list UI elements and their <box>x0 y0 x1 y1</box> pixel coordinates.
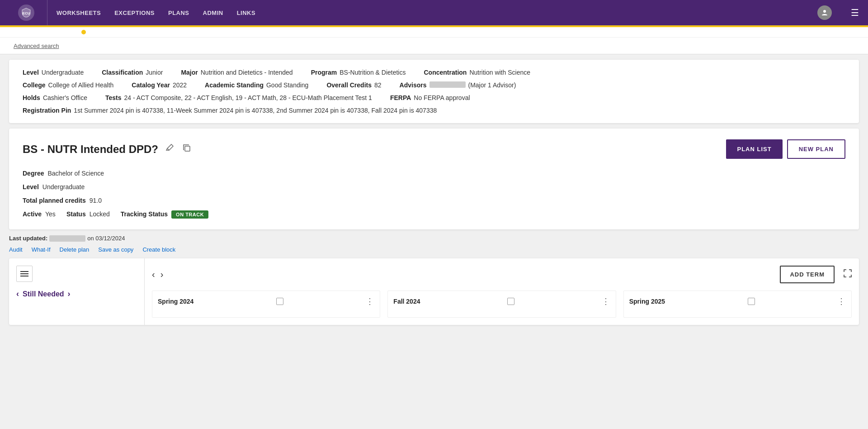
sidebar-panel: ‹ Still Needed › <box>9 258 145 325</box>
status-value: Locked <box>90 210 110 218</box>
advanced-search-link[interactable]: Advanced search <box>14 43 59 49</box>
sidebar-menu-button[interactable] <box>16 266 33 282</box>
spring-2025-checkbox[interactable] <box>748 298 755 305</box>
term-col-spring-2024-header: Spring 2024 ⋮ <box>158 296 374 306</box>
level-value: Undergraduate <box>42 69 84 76</box>
status-label: Status <box>66 210 86 218</box>
term-col-fall-2024-header: Fall 2024 ⋮ <box>393 296 610 306</box>
spring-2025-kebab-icon[interactable]: ⋮ <box>837 296 846 306</box>
academic-standing-field: Academic Standing Good Standing <box>205 81 308 89</box>
ferpa-value: No FERPA approval <box>414 94 470 101</box>
academic-standing-label: Academic Standing <box>205 81 264 89</box>
college-value: College of Allied Health <box>48 81 114 89</box>
active-label: Active <box>23 210 42 218</box>
what-if-link[interactable]: What-If <box>32 246 51 253</box>
sidebar-still-needed-title: Still Needed <box>23 290 64 298</box>
action-links-bar: Audit What-If Delete plan Save as copy C… <box>9 246 859 253</box>
student-info-card: Level Undergraduate Classification Junio… <box>9 60 859 123</box>
program-field: Program BS-Nutrition & Dietetics <box>311 69 406 76</box>
degree-row: Degree Bachelor of Science <box>23 170 845 177</box>
advanced-search-bar: Advanced search <box>0 38 868 54</box>
avatar[interactable] <box>817 5 832 20</box>
plan-title: BS - NUTR Intended DPD? <box>23 143 158 156</box>
plan-card: BS - NUTR Intended DPD? PLAN LIST NEW PL… <box>9 129 859 229</box>
new-plan-button[interactable]: NEW PLAN <box>787 139 845 159</box>
overall-credits-field: Overall Credits 82 <box>326 81 381 89</box>
status-row: Active Yes Status Locked Tracking Status… <box>23 210 845 219</box>
info-row-1: Level Undergraduate Classification Junio… <box>23 69 845 76</box>
plan-title-area: BS - NUTR Intended DPD? <box>23 142 193 156</box>
info-row-3: Holds Cashier's Office Tests 24 - ACT Co… <box>23 94 845 101</box>
last-updated-date: on 03/12/2024 <box>87 235 125 242</box>
nav-right-area: ☰ <box>817 5 859 20</box>
yellow-dot-icon <box>81 30 86 34</box>
nav-worksheets[interactable]: WORKSHEETS <box>57 8 101 18</box>
create-block-link[interactable]: Create block <box>142 246 175 253</box>
concentration-value: Nutrition with Science <box>469 69 530 76</box>
catalog-year-value: 2022 <box>173 81 187 89</box>
reg-pin-field: Registration Pin 1st Summer 2024 pin is … <box>23 107 437 114</box>
sidebar-next-button[interactable]: › <box>68 289 71 299</box>
nav-exceptions[interactable]: EXCEPTIONS <box>114 8 155 18</box>
advisors-blurred-value <box>429 81 466 88</box>
terms-header: ‹ › ADD TERM <box>152 266 852 283</box>
holds-field: Holds Cashier's Office <box>23 94 87 101</box>
ferpa-field: FERPA No FERPA approval <box>390 94 470 101</box>
term-columns: Spring 2024 ⋮ Fall 2024 ⋮ Spring 2025 ⋮ <box>152 291 852 318</box>
sidebar-prev-button[interactable]: ‹ <box>16 289 19 299</box>
term-col-fall-2024: Fall 2024 ⋮ <box>387 291 616 318</box>
copy-plan-button[interactable] <box>181 142 193 156</box>
tracking-badge: ON TRACK <box>171 210 208 219</box>
last-updated-bar: Last updated: on 03/12/2024 <box>9 235 859 242</box>
fall-2024-kebab-icon[interactable]: ⋮ <box>602 296 610 306</box>
top-navigation: ECU WORKSHEETS EXCEPTIONS PLANS ADMIN LI… <box>0 0 868 25</box>
classification-value: Junior <box>146 69 163 76</box>
svg-text:ECU: ECU <box>23 11 30 15</box>
nav-plans[interactable]: PLANS <box>168 8 189 18</box>
plan-meta: Degree Bachelor of Science Level Undergr… <box>23 170 845 219</box>
save-as-copy-link[interactable]: Save as copy <box>98 246 133 253</box>
advisors-extra-value: (Major 1 Advisor) <box>468 81 516 89</box>
fall-2024-title: Fall 2024 <box>393 298 420 305</box>
fall-2024-checkbox[interactable] <box>507 298 514 305</box>
total-credits-row: Total planned credits 91.0 <box>23 197 845 204</box>
holds-value: Cashier's Office <box>43 94 87 101</box>
terms-next-button[interactable]: › <box>160 269 164 280</box>
terms-prev-button[interactable]: ‹ <box>152 269 155 280</box>
audit-link[interactable]: Audit <box>9 246 23 253</box>
nav-links[interactable]: LINKS <box>237 8 256 18</box>
spring-2024-checkbox[interactable] <box>276 298 283 305</box>
major-value: Nutrition and Dietetics - Intended <box>201 69 293 76</box>
edit-plan-button[interactable] <box>164 142 175 156</box>
ecu-logo[interactable]: ECU <box>9 0 47 25</box>
classification-label: Classification <box>102 69 143 76</box>
spring-2024-kebab-icon[interactable]: ⋮ <box>366 296 374 306</box>
nav-admin[interactable]: ADMIN <box>203 8 223 18</box>
tests-label: Tests <box>105 94 122 101</box>
level-label: Level <box>23 69 39 76</box>
reg-pin-label: Registration Pin <box>23 107 71 114</box>
info-row-2: College College of Allied Health Catalog… <box>23 81 845 89</box>
tests-value: 24 - ACT Composite, 22 - ACT English, 19… <box>124 94 372 101</box>
expand-button[interactable] <box>844 269 852 280</box>
hamburger-icon[interactable]: ☰ <box>851 7 859 18</box>
term-col-spring-2025: Spring 2025 ⋮ <box>623 291 852 318</box>
total-credits-label: Total planned credits <box>23 197 86 204</box>
add-term-button[interactable]: ADD TERM <box>780 266 835 283</box>
total-credits-value: 91.0 <box>90 197 102 204</box>
term-col-spring-2025-header: Spring 2025 ⋮ <box>629 296 846 306</box>
sidebar-header <box>16 266 137 282</box>
term-col-spring-2024: Spring 2024 ⋮ <box>152 291 380 318</box>
plan-level-row: Level Undergraduate <box>23 183 845 191</box>
plan-list-button[interactable]: PLAN LIST <box>726 139 782 159</box>
svg-point-1 <box>823 10 826 13</box>
terms-panel: ‹ › ADD TERM Spring 2024 ⋮ Fa <box>145 258 859 325</box>
program-label: Program <box>311 69 337 76</box>
catalog-year-label: Catalog Year <box>132 81 170 89</box>
overall-credits-value: 82 <box>374 81 382 89</box>
spring-2025-title: Spring 2025 <box>629 298 665 305</box>
delete-plan-link[interactable]: Delete plan <box>60 246 90 253</box>
spring-2024-title: Spring 2024 <box>158 298 193 305</box>
sidebar-title-row: ‹ Still Needed › <box>16 289 137 299</box>
advisors-label: Advisors <box>400 81 427 89</box>
